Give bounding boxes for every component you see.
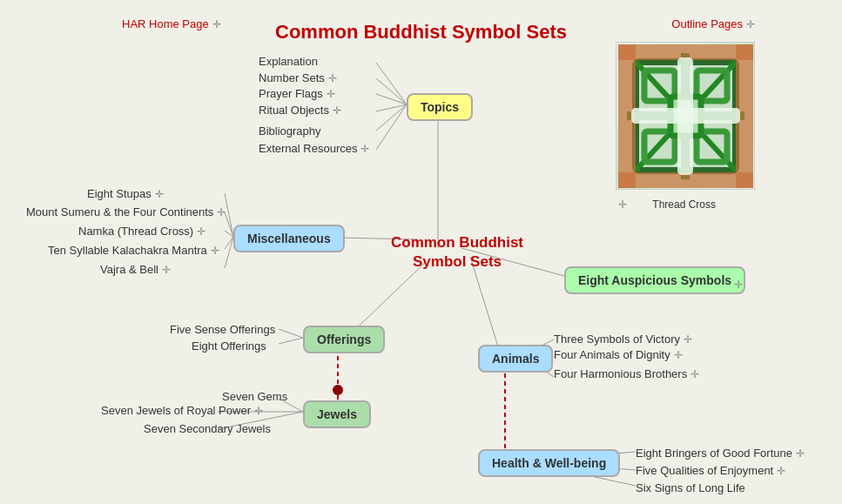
outline-pages-link[interactable]: Outline Pages ✛ bbox=[671, 17, 755, 30]
eight-bringers-icon: ✛ bbox=[796, 447, 805, 460]
svg-rect-46 bbox=[631, 108, 740, 124]
eight-stupas-icon: ✛ bbox=[155, 188, 164, 200]
svg-line-11 bbox=[225, 237, 233, 249]
four-harmonious-icon: ✛ bbox=[690, 368, 699, 380]
prayer-flags-icon: ✛ bbox=[327, 88, 335, 100]
har-home-link[interactable]: HAR Home Page ✛ bbox=[122, 17, 221, 30]
eight-auspicious-icon: ✛ bbox=[734, 276, 743, 292]
outline-pages-icon: ✛ bbox=[746, 18, 755, 30]
jewel-seven-royal[interactable]: Seven Jewels of Royal Power ✛ bbox=[101, 404, 263, 417]
node-topics[interactable]: Topics bbox=[407, 93, 473, 121]
thread-cross-image bbox=[616, 42, 755, 190]
svg-line-5 bbox=[376, 104, 407, 150]
misc-mount-sumeru[interactable]: Mount Sumeru & the Four Continents ✛ bbox=[26, 205, 226, 218]
outline-pages-label: Outline Pages bbox=[671, 17, 743, 30]
node-offerings[interactable]: Offerings bbox=[303, 326, 385, 353]
ten-syllable-icon: ✛ bbox=[211, 245, 219, 257]
external-resources-icon: ✛ bbox=[360, 143, 369, 155]
har-home-icon: ✛ bbox=[212, 18, 221, 30]
svg-line-3 bbox=[376, 104, 407, 111]
misc-eight-stupas[interactable]: Eight Stupas ✛ bbox=[87, 187, 164, 200]
svg-point-22 bbox=[333, 385, 343, 395]
offering-five-sense[interactable]: Five Sense Offerings bbox=[170, 323, 275, 336]
jewel-seven-gems[interactable]: Seven Gems bbox=[222, 390, 287, 403]
mount-sumeru-icon: ✛ bbox=[217, 206, 226, 218]
misc-namka[interactable]: Namka (Thread Cross) ✛ bbox=[78, 225, 205, 238]
misc-vajra-bell[interactable]: Vajra & Bell ✛ bbox=[100, 263, 171, 276]
node-miscellaneous[interactable]: Miscellaneous bbox=[233, 225, 345, 252]
number-sets-icon: ✛ bbox=[328, 72, 337, 84]
animal-four-dignity[interactable]: Four Animals of Dignity ✛ bbox=[554, 348, 683, 361]
svg-line-0 bbox=[376, 63, 407, 104]
topic-ritual-objects[interactable]: Ritual Objects ✛ bbox=[259, 104, 341, 117]
health-five-qualities[interactable]: Five Qualities of Enjoyment ✛ bbox=[636, 464, 785, 477]
namka-icon: ✛ bbox=[197, 225, 205, 238]
svg-line-15 bbox=[279, 329, 303, 338]
animal-four-harmonious[interactable]: Four Harmonious Brothers ✛ bbox=[554, 367, 699, 380]
thread-cross-label: Thread Cross bbox=[652, 198, 716, 211]
node-animals[interactable]: Animals bbox=[478, 345, 553, 373]
svg-line-10 bbox=[225, 231, 233, 237]
five-qualities-icon: ✛ bbox=[777, 465, 785, 477]
ritual-objects-icon: ✛ bbox=[333, 104, 341, 117]
topic-bibliography[interactable]: Bibliography bbox=[259, 124, 321, 138]
page-title: Common Buddhist Symbol Sets bbox=[275, 7, 567, 44]
svg-line-4 bbox=[376, 104, 407, 131]
health-six-signs[interactable]: Six Signs of Long Life bbox=[636, 481, 745, 494]
misc-ten-syllable[interactable]: Ten Syllable Kalachakra Mantra ✛ bbox=[48, 244, 219, 257]
offering-eight[interactable]: Eight Offerings bbox=[192, 339, 266, 353]
svg-line-12 bbox=[225, 237, 233, 268]
svg-line-8 bbox=[225, 193, 233, 237]
svg-line-1 bbox=[376, 78, 407, 104]
health-eight-bringers[interactable]: Eight Bringers of Good Fortune ✛ bbox=[636, 447, 805, 460]
center-label: Common BuddhistSymbol Sets bbox=[383, 233, 531, 272]
svg-line-16 bbox=[279, 338, 303, 344]
jewel-seven-secondary[interactable]: Seven Secondary Jewels bbox=[144, 422, 271, 435]
thread-cross-cross-icon: ✛ bbox=[618, 198, 627, 211]
svg-line-2 bbox=[376, 94, 407, 104]
topic-explanation[interactable]: Explanation bbox=[259, 55, 318, 68]
har-home-label: HAR Home Page bbox=[122, 17, 209, 30]
node-health[interactable]: Health & Well-being bbox=[478, 449, 620, 477]
four-dignity-icon: ✛ bbox=[674, 349, 683, 361]
three-symbols-icon: ✛ bbox=[684, 333, 692, 346]
vajra-bell-icon: ✛ bbox=[162, 264, 171, 276]
seven-royal-icon: ✛ bbox=[254, 405, 263, 417]
svg-line-9 bbox=[225, 212, 233, 237]
topic-number-sets[interactable]: Number Sets ✛ bbox=[259, 71, 337, 84]
topic-external-resources[interactable]: External Resources ✛ bbox=[259, 142, 369, 155]
node-jewels[interactable]: Jewels bbox=[303, 400, 371, 428]
node-eight-auspicious[interactable]: Eight Auspicious Symbols bbox=[564, 266, 745, 294]
topic-prayer-flags[interactable]: Prayer Flags ✛ bbox=[259, 87, 335, 100]
animal-three-symbols[interactable]: Three Symbols of Victory ✛ bbox=[554, 333, 692, 346]
